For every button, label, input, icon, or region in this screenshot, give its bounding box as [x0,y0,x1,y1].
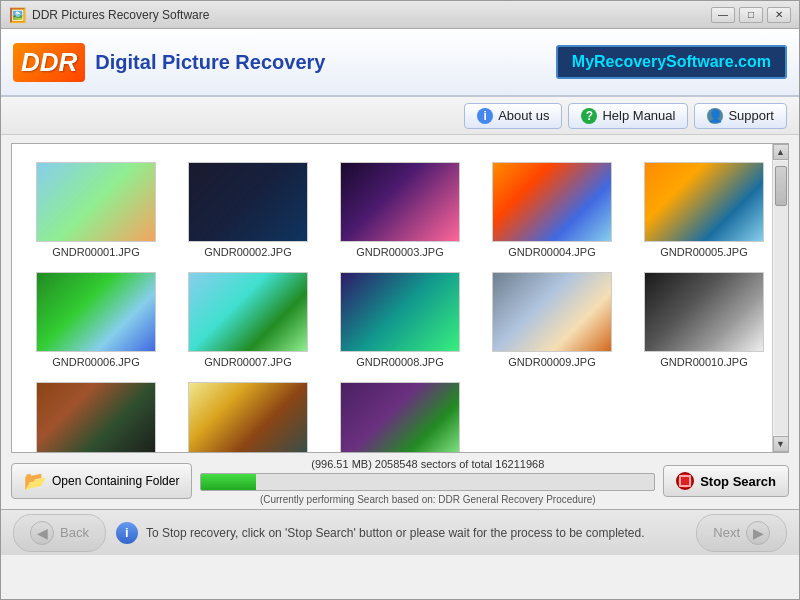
list-item[interactable]: GNDR00006.JPG [20,266,172,376]
list-item[interactable]: GNDR00002.JPG [172,156,324,266]
next-button[interactable]: Next ▶ [696,514,787,552]
stop-search-button[interactable]: Stop Search [663,465,789,497]
photo-thumbnail [36,382,156,452]
photo-thumbnail [492,162,612,242]
footer-nav: ◀ Back i To Stop recovery, click on 'Sto… [1,509,799,555]
photo-thumbnail [340,272,460,352]
photo-filename: GNDR00008.JPG [356,356,443,368]
nav-buttons: i About us ? Help Manual 👤 Support [1,97,799,135]
close-button[interactable]: ✕ [767,7,791,23]
info-icon: i [477,108,493,124]
photo-filename: GNDR00006.JPG [52,356,139,368]
list-item[interactable]: GNDR00009.JPG [476,266,628,376]
progress-info: (996.51 MB) 2058548 sectors of total 162… [311,458,544,470]
photo-thumbnail [188,272,308,352]
next-label: Next [713,525,740,540]
back-label: Back [60,525,89,540]
list-item[interactable]: GNDR00013.JPG [324,376,476,452]
maximize-button[interactable]: □ [739,7,763,23]
footer-message: i To Stop recovery, click on 'Stop Searc… [116,522,686,544]
scroll-down-arrow[interactable]: ▼ [773,436,789,452]
title-bar-left: 🖼️ DDR Pictures Recovery Software [9,7,209,23]
footer-message-text: To Stop recovery, click on 'Stop Search'… [146,526,645,540]
list-item[interactable]: GNDR00001.JPG [20,156,172,266]
photo-thumbnail [340,162,460,242]
title-bar: 🖼️ DDR Pictures Recovery Software — □ ✕ [1,1,799,29]
header: DDR Digital Picture Recovery MyRecoveryS… [1,29,799,97]
photo-filename: GNDR00007.JPG [204,356,291,368]
app-icon: 🖼️ [9,7,26,23]
minimize-button[interactable]: — [711,7,735,23]
open-folder-button[interactable]: 📂 Open Containing Folder [11,463,192,499]
scrollbar[interactable]: ▲ ▼ [772,144,788,452]
photo-thumbnail [188,162,308,242]
list-item[interactable]: GNDR00011.JPG [20,376,172,452]
list-item[interactable]: GNDR00007.JPG [172,266,324,376]
title-controls: — □ ✕ [711,7,791,23]
photo-thumbnail [492,272,612,352]
photo-filename: GNDR00003.JPG [356,246,443,258]
footer-info-icon: i [116,522,138,544]
list-item[interactable]: GNDR00005.JPG [628,156,780,266]
stop-icon [676,472,694,490]
progress-status: (Currently performing Search based on: D… [260,494,596,505]
logo-area: DDR Digital Picture Recovery [13,43,325,82]
photo-filename: GNDR00009.JPG [508,356,595,368]
photo-thumbnail [340,382,460,452]
progress-bar-fill [201,474,255,490]
photo-thumbnail [644,162,764,242]
photo-grid: GNDR00001.JPGGNDR00002.JPGGNDR00003.JPGG… [12,144,788,452]
back-button[interactable]: ◀ Back [13,514,106,552]
help-manual-label: Help Manual [602,108,675,123]
help-icon: ? [581,108,597,124]
photo-thumbnail [36,162,156,242]
stop-search-label: Stop Search [700,474,776,489]
support-label: Support [728,108,774,123]
list-item[interactable]: GNDR00010.JPG [628,266,780,376]
photo-thumbnail [188,382,308,452]
about-us-label: About us [498,108,549,123]
photo-filename: GNDR00010.JPG [660,356,747,368]
app-title: Digital Picture Recovery [95,51,325,74]
progress-bar [200,473,655,491]
bottom-controls: 📂 Open Containing Folder (996.51 MB) 205… [1,453,799,509]
title-text: DDR Pictures Recovery Software [32,8,209,22]
photo-filename: GNDR00002.JPG [204,246,291,258]
open-folder-label: Open Containing Folder [52,474,179,488]
list-item[interactable]: GNDR00004.JPG [476,156,628,266]
photo-thumbnail [36,272,156,352]
help-manual-button[interactable]: ? Help Manual [568,103,688,129]
list-item[interactable]: GNDR00012.JPG [172,376,324,452]
photo-filename: GNDR00001.JPG [52,246,139,258]
folder-icon: 📂 [24,470,46,492]
main-area: GNDR00001.JPGGNDR00002.JPGGNDR00003.JPGG… [11,143,789,453]
list-item[interactable]: GNDR00008.JPG [324,266,476,376]
photo-filename: GNDR00004.JPG [508,246,595,258]
photo-filename: GNDR00005.JPG [660,246,747,258]
website-badge[interactable]: MyRecoverySoftware.com [556,45,787,79]
list-item[interactable]: GNDR00003.JPG [324,156,476,266]
support-button[interactable]: 👤 Support [694,103,787,129]
back-arrow-icon: ◀ [30,521,54,545]
about-us-button[interactable]: i About us [464,103,562,129]
photo-thumbnail [644,272,764,352]
scroll-up-arrow[interactable]: ▲ [773,144,789,160]
progress-section: (996.51 MB) 2058548 sectors of total 162… [200,458,655,505]
next-arrow-icon: ▶ [746,521,770,545]
support-icon: 👤 [707,108,723,124]
ddr-logo: DDR [13,43,85,82]
